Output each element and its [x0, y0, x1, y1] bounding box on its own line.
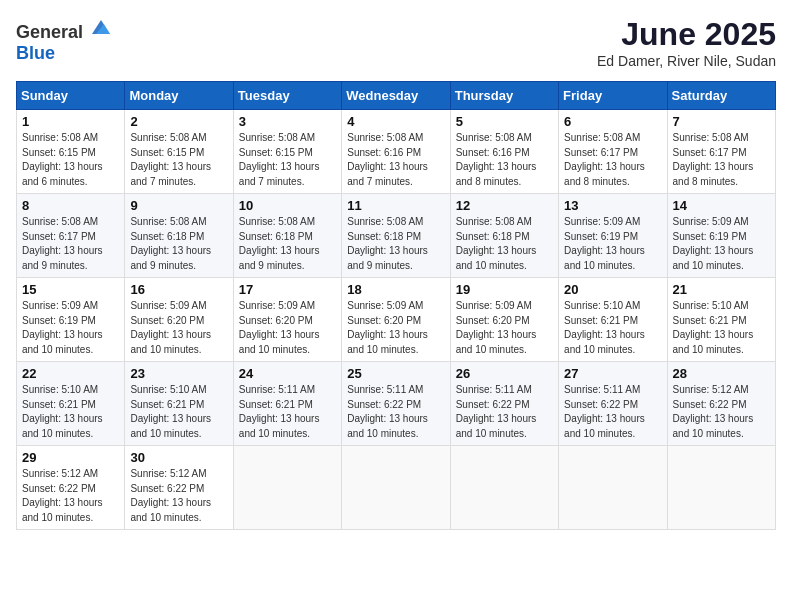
calendar-cell: 7 Sunrise: 5:08 AMSunset: 6:17 PMDayligh…	[667, 110, 775, 194]
day-info: Sunrise: 5:08 AMSunset: 6:15 PMDaylight:…	[22, 132, 103, 187]
calendar-header-row: SundayMondayTuesdayWednesdayThursdayFrid…	[17, 82, 776, 110]
calendar-cell: 9 Sunrise: 5:08 AMSunset: 6:18 PMDayligh…	[125, 194, 233, 278]
day-number: 30	[130, 450, 227, 465]
day-number: 25	[347, 366, 444, 381]
logo-icon	[90, 16, 112, 38]
calendar-cell: 26 Sunrise: 5:11 AMSunset: 6:22 PMDaylig…	[450, 362, 558, 446]
day-info: Sunrise: 5:09 AMSunset: 6:20 PMDaylight:…	[456, 300, 537, 355]
calendar-cell: 12 Sunrise: 5:08 AMSunset: 6:18 PMDaylig…	[450, 194, 558, 278]
page-header: General Blue June 2025 Ed Damer, River N…	[16, 16, 776, 69]
day-number: 20	[564, 282, 661, 297]
day-number: 26	[456, 366, 553, 381]
day-info: Sunrise: 5:12 AMSunset: 6:22 PMDaylight:…	[673, 384, 754, 439]
calendar-cell: 20 Sunrise: 5:10 AMSunset: 6:21 PMDaylig…	[559, 278, 667, 362]
calendar-cell: 1 Sunrise: 5:08 AMSunset: 6:15 PMDayligh…	[17, 110, 125, 194]
day-info: Sunrise: 5:08 AMSunset: 6:17 PMDaylight:…	[564, 132, 645, 187]
calendar-cell: 3 Sunrise: 5:08 AMSunset: 6:15 PMDayligh…	[233, 110, 341, 194]
calendar-cell: 2 Sunrise: 5:08 AMSunset: 6:15 PMDayligh…	[125, 110, 233, 194]
calendar-header-wednesday: Wednesday	[342, 82, 450, 110]
calendar-cell: 25 Sunrise: 5:11 AMSunset: 6:22 PMDaylig…	[342, 362, 450, 446]
day-number: 12	[456, 198, 553, 213]
day-info: Sunrise: 5:11 AMSunset: 6:22 PMDaylight:…	[564, 384, 645, 439]
day-info: Sunrise: 5:08 AMSunset: 6:16 PMDaylight:…	[347, 132, 428, 187]
day-info: Sunrise: 5:09 AMSunset: 6:19 PMDaylight:…	[22, 300, 103, 355]
day-info: Sunrise: 5:08 AMSunset: 6:18 PMDaylight:…	[456, 216, 537, 271]
calendar-week-row: 22 Sunrise: 5:10 AMSunset: 6:21 PMDaylig…	[17, 362, 776, 446]
calendar-cell: 23 Sunrise: 5:10 AMSunset: 6:21 PMDaylig…	[125, 362, 233, 446]
calendar-cell: 13 Sunrise: 5:09 AMSunset: 6:19 PMDaylig…	[559, 194, 667, 278]
day-info: Sunrise: 5:09 AMSunset: 6:20 PMDaylight:…	[239, 300, 320, 355]
day-number: 22	[22, 366, 119, 381]
calendar-header-saturday: Saturday	[667, 82, 775, 110]
calendar-header-tuesday: Tuesday	[233, 82, 341, 110]
day-number: 28	[673, 366, 770, 381]
day-number: 6	[564, 114, 661, 129]
calendar-header-friday: Friday	[559, 82, 667, 110]
day-number: 29	[22, 450, 119, 465]
day-number: 14	[673, 198, 770, 213]
day-number: 15	[22, 282, 119, 297]
day-number: 16	[130, 282, 227, 297]
calendar-cell	[559, 446, 667, 530]
calendar-cell: 14 Sunrise: 5:09 AMSunset: 6:19 PMDaylig…	[667, 194, 775, 278]
calendar-cell: 15 Sunrise: 5:09 AMSunset: 6:19 PMDaylig…	[17, 278, 125, 362]
calendar-cell: 22 Sunrise: 5:10 AMSunset: 6:21 PMDaylig…	[17, 362, 125, 446]
day-info: Sunrise: 5:11 AMSunset: 6:21 PMDaylight:…	[239, 384, 320, 439]
calendar-table: SundayMondayTuesdayWednesdayThursdayFrid…	[16, 81, 776, 530]
day-number: 9	[130, 198, 227, 213]
day-number: 24	[239, 366, 336, 381]
calendar-cell: 10 Sunrise: 5:08 AMSunset: 6:18 PMDaylig…	[233, 194, 341, 278]
day-info: Sunrise: 5:08 AMSunset: 6:18 PMDaylight:…	[130, 216, 211, 271]
day-number: 5	[456, 114, 553, 129]
day-info: Sunrise: 5:09 AMSunset: 6:20 PMDaylight:…	[130, 300, 211, 355]
logo: General Blue	[16, 16, 112, 64]
day-number: 7	[673, 114, 770, 129]
day-info: Sunrise: 5:09 AMSunset: 6:19 PMDaylight:…	[564, 216, 645, 271]
location-title: Ed Damer, River Nile, Sudan	[597, 53, 776, 69]
day-number: 4	[347, 114, 444, 129]
calendar-cell: 8 Sunrise: 5:08 AMSunset: 6:17 PMDayligh…	[17, 194, 125, 278]
day-info: Sunrise: 5:10 AMSunset: 6:21 PMDaylight:…	[564, 300, 645, 355]
month-title: June 2025	[597, 16, 776, 53]
logo-general: General	[16, 22, 83, 42]
title-area: June 2025 Ed Damer, River Nile, Sudan	[597, 16, 776, 69]
calendar-cell: 17 Sunrise: 5:09 AMSunset: 6:20 PMDaylig…	[233, 278, 341, 362]
calendar-cell: 19 Sunrise: 5:09 AMSunset: 6:20 PMDaylig…	[450, 278, 558, 362]
calendar-cell: 11 Sunrise: 5:08 AMSunset: 6:18 PMDaylig…	[342, 194, 450, 278]
calendar-cell	[667, 446, 775, 530]
day-number: 10	[239, 198, 336, 213]
day-number: 11	[347, 198, 444, 213]
calendar-cell: 29 Sunrise: 5:12 AMSunset: 6:22 PMDaylig…	[17, 446, 125, 530]
day-number: 3	[239, 114, 336, 129]
day-number: 2	[130, 114, 227, 129]
day-number: 23	[130, 366, 227, 381]
day-info: Sunrise: 5:10 AMSunset: 6:21 PMDaylight:…	[673, 300, 754, 355]
day-info: Sunrise: 5:10 AMSunset: 6:21 PMDaylight:…	[130, 384, 211, 439]
day-number: 8	[22, 198, 119, 213]
calendar-cell: 27 Sunrise: 5:11 AMSunset: 6:22 PMDaylig…	[559, 362, 667, 446]
day-info: Sunrise: 5:08 AMSunset: 6:15 PMDaylight:…	[130, 132, 211, 187]
day-info: Sunrise: 5:12 AMSunset: 6:22 PMDaylight:…	[130, 468, 211, 523]
calendar-cell: 28 Sunrise: 5:12 AMSunset: 6:22 PMDaylig…	[667, 362, 775, 446]
day-number: 18	[347, 282, 444, 297]
day-number: 21	[673, 282, 770, 297]
calendar-cell: 30 Sunrise: 5:12 AMSunset: 6:22 PMDaylig…	[125, 446, 233, 530]
day-number: 1	[22, 114, 119, 129]
day-info: Sunrise: 5:09 AMSunset: 6:20 PMDaylight:…	[347, 300, 428, 355]
calendar-cell: 24 Sunrise: 5:11 AMSunset: 6:21 PMDaylig…	[233, 362, 341, 446]
calendar-cell: 21 Sunrise: 5:10 AMSunset: 6:21 PMDaylig…	[667, 278, 775, 362]
calendar-week-row: 15 Sunrise: 5:09 AMSunset: 6:19 PMDaylig…	[17, 278, 776, 362]
day-number: 13	[564, 198, 661, 213]
calendar-header-sunday: Sunday	[17, 82, 125, 110]
day-info: Sunrise: 5:09 AMSunset: 6:19 PMDaylight:…	[673, 216, 754, 271]
day-number: 19	[456, 282, 553, 297]
logo-blue: Blue	[16, 43, 55, 63]
day-info: Sunrise: 5:08 AMSunset: 6:16 PMDaylight:…	[456, 132, 537, 187]
calendar-week-row: 1 Sunrise: 5:08 AMSunset: 6:15 PMDayligh…	[17, 110, 776, 194]
calendar-header-thursday: Thursday	[450, 82, 558, 110]
calendar-header-monday: Monday	[125, 82, 233, 110]
day-info: Sunrise: 5:11 AMSunset: 6:22 PMDaylight:…	[347, 384, 428, 439]
calendar-cell: 6 Sunrise: 5:08 AMSunset: 6:17 PMDayligh…	[559, 110, 667, 194]
day-info: Sunrise: 5:10 AMSunset: 6:21 PMDaylight:…	[22, 384, 103, 439]
calendar-cell: 4 Sunrise: 5:08 AMSunset: 6:16 PMDayligh…	[342, 110, 450, 194]
